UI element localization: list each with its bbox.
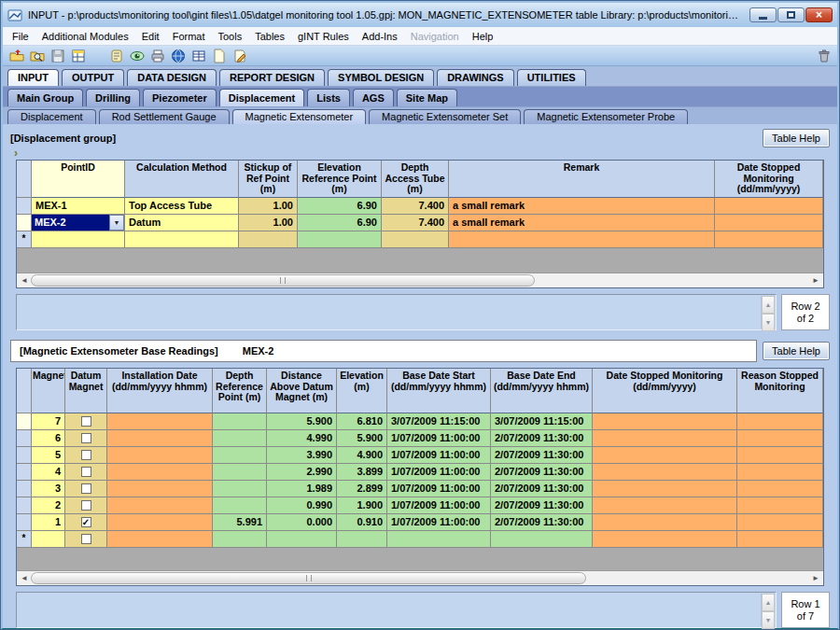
base-date-end-cell[interactable]: 3/07/2009 11:15:00 xyxy=(491,413,593,430)
menu-tables[interactable]: Tables xyxy=(248,28,291,45)
distance-above-datum-magnet-cell[interactable]: 1.989 xyxy=(267,481,337,497)
datum-magnet-checkbox[interactable] xyxy=(81,467,91,477)
depth-reference-point-cell[interactable] xyxy=(213,430,267,447)
magnet-cell[interactable] xyxy=(32,531,65,548)
magnet-cell[interactable]: 4 xyxy=(32,464,65,481)
preview-eye-icon[interactable] xyxy=(129,48,145,63)
point-id-cell[interactable]: MEX-2▼ xyxy=(32,215,125,231)
date-stopped-monitoring-cell[interactable] xyxy=(715,215,823,231)
base-date-end-cell[interactable]: 2/07/2009 11:30:00 xyxy=(491,464,593,481)
row-selector[interactable] xyxy=(17,413,32,430)
depth-reference-point-cell[interactable] xyxy=(213,447,267,464)
row-selector[interactable] xyxy=(17,514,32,531)
depth-reference-point-cell[interactable] xyxy=(213,464,267,481)
datum-magnet-checkbox[interactable] xyxy=(81,483,91,494)
tab-rod-settlement-gauge[interactable]: Rod Settlement Gauge xyxy=(99,109,230,124)
datum-magnet-cell[interactable] xyxy=(65,531,107,548)
scroll-thumb[interactable] xyxy=(31,274,535,287)
reason-stopped-monitoring-cell[interactable] xyxy=(737,464,823,481)
base-date-end-cell[interactable]: 2/07/2009 11:30:00 xyxy=(491,497,593,514)
installation-date-cell[interactable] xyxy=(107,447,213,464)
table-help-button[interactable]: Table Help xyxy=(763,342,830,360)
tab-lists[interactable]: Lists xyxy=(307,89,350,106)
base-date-end-cell[interactable]: 2/07/2009 11:30:00 xyxy=(491,514,593,531)
base-date-start-cell[interactable]: 1/07/2009 11:00:00 xyxy=(387,430,491,447)
elevation-reference-point-cell[interactable]: 6.90 xyxy=(298,198,382,215)
globe-icon[interactable] xyxy=(170,48,186,63)
installation-date-cell[interactable] xyxy=(107,413,213,430)
base-date-end-cell[interactable] xyxy=(491,531,593,548)
tab-displacement[interactable]: Displacement xyxy=(7,109,96,124)
datum-magnet-cell[interactable] xyxy=(65,481,107,497)
title-bar[interactable]: INPUT - p:\products\monitoring tool\gint… xyxy=(3,3,837,27)
remark-cell[interactable]: a small remark xyxy=(449,198,715,215)
base-date-start-cell[interactable]: 1/07/2009 11:00:00 xyxy=(387,464,491,481)
datum-magnet-checkbox[interactable] xyxy=(81,433,91,443)
menu-tools[interactable]: Tools xyxy=(212,28,249,45)
date-stopped-monitoring-cell[interactable] xyxy=(593,514,737,531)
tab-input[interactable]: INPUT xyxy=(7,69,59,86)
horizontal-scrollbar[interactable]: ◄ ► xyxy=(17,570,823,585)
date-stopped-monitoring-cell[interactable] xyxy=(593,481,737,497)
menu-help[interactable]: Help xyxy=(466,28,500,45)
date-stopped-monitoring-cell[interactable] xyxy=(593,413,737,430)
trash-icon[interactable] xyxy=(816,48,832,63)
row-selector[interactable] xyxy=(17,369,32,413)
tab-symbol-design[interactable]: SYMBOL DESIGN xyxy=(328,69,434,86)
datum-magnet-cell[interactable] xyxy=(65,464,107,481)
datum-magnet-checkbox[interactable] xyxy=(81,500,91,511)
base-date-end-cell[interactable]: 2/07/2009 11:30:00 xyxy=(491,447,593,464)
depth-reference-point-cell[interactable] xyxy=(213,413,267,430)
new-document-icon[interactable] xyxy=(211,48,227,63)
scroll-left-icon[interactable]: ◄ xyxy=(18,574,31,582)
spin-down-icon[interactable]: ▼ xyxy=(762,611,775,629)
distance-above-datum-magnet-cell[interactable]: 2.990 xyxy=(267,464,337,481)
distance-above-datum-magnet-cell[interactable] xyxy=(267,531,337,548)
elevation-cell[interactable]: 4.900 xyxy=(337,447,387,464)
distance-above-datum-magnet-cell[interactable]: 0.000 xyxy=(267,514,337,531)
installation-date-cell[interactable] xyxy=(107,514,213,531)
reason-stopped-monitoring-cell[interactable] xyxy=(737,481,823,497)
open-project-icon[interactable] xyxy=(8,48,24,63)
stickup-ref-point-cell[interactable] xyxy=(239,231,298,248)
datum-magnet-checkbox[interactable] xyxy=(81,416,91,427)
calculation-method-cell[interactable] xyxy=(125,231,239,248)
elevation-cell[interactable]: 5.900 xyxy=(337,430,387,447)
point-id-cell[interactable] xyxy=(32,231,125,248)
elevation-cell[interactable] xyxy=(337,531,387,548)
date-stopped-monitoring-cell[interactable] xyxy=(593,464,737,481)
row-selector[interactable]: * xyxy=(17,531,32,548)
selected-cell-value[interactable]: MEX-2 xyxy=(32,215,109,231)
date-stopped-monitoring-cell[interactable] xyxy=(593,531,737,548)
maximize-button[interactable] xyxy=(777,7,805,22)
point-id-cell[interactable]: MEX-1 xyxy=(32,198,125,215)
datum-magnet-checkbox[interactable] xyxy=(81,534,91,544)
document-edit-icon[interactable] xyxy=(231,48,247,63)
menu-additional-modules[interactable]: Additional Modules xyxy=(35,28,135,45)
scroll-right-icon[interactable]: ► xyxy=(809,574,822,582)
date-stopped-monitoring-cell[interactable] xyxy=(593,430,737,447)
scroll-right-icon[interactable]: ► xyxy=(809,276,822,285)
magnet-cell[interactable]: 7 xyxy=(32,413,65,430)
base-date-start-cell[interactable] xyxy=(387,531,491,548)
spin-up-icon[interactable]: ▲ xyxy=(762,296,775,314)
row-selector[interactable] xyxy=(17,215,32,231)
reason-stopped-monitoring-cell[interactable] xyxy=(737,514,823,531)
tab-drilling[interactable]: Drilling xyxy=(86,89,140,106)
row-selector[interactable] xyxy=(17,198,32,215)
menu-format[interactable]: Format xyxy=(166,28,212,45)
row-selector[interactable] xyxy=(17,481,32,497)
depth-access-tube-cell[interactable]: 7.400 xyxy=(382,198,449,215)
elevation-cell[interactable]: 3.899 xyxy=(337,464,387,481)
datum-magnet-cell[interactable] xyxy=(65,430,107,447)
dropdown-button[interactable]: ▼ xyxy=(109,215,124,231)
tab-report-design[interactable]: REPORT DESIGN xyxy=(219,69,325,86)
tab-ags[interactable]: AGS xyxy=(353,89,394,106)
datum-magnet-cell[interactable] xyxy=(65,413,107,430)
tab-piezometer[interactable]: Piezometer xyxy=(143,89,217,106)
file-preview-icon[interactable] xyxy=(29,48,45,63)
save-icon[interactable] xyxy=(49,48,65,63)
row-nav-arrow[interactable]: › xyxy=(10,148,830,160)
depth-reference-point-cell[interactable] xyxy=(213,531,267,548)
tab-drawings[interactable]: DRAWINGS xyxy=(437,69,514,86)
